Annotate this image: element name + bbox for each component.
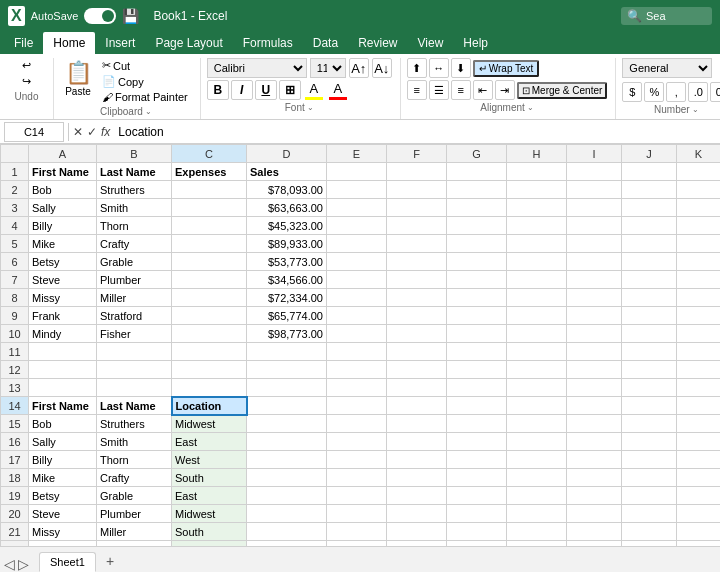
row-header-16[interactable]: 16 (1, 433, 29, 451)
cell-c21[interactable]: South (172, 523, 247, 541)
font-color-button[interactable]: A (327, 81, 349, 100)
fill-color-button[interactable]: A (303, 81, 325, 100)
cell-j11[interactable] (622, 343, 677, 361)
row-header-6[interactable]: 6 (1, 253, 29, 271)
cell-b1[interactable]: Last Name (97, 163, 172, 181)
cell-i16[interactable] (567, 433, 622, 451)
tab-page-layout[interactable]: Page Layout (145, 32, 232, 54)
cell-e3[interactable] (327, 199, 387, 217)
cell-h8[interactable] (507, 289, 567, 307)
row-header-15[interactable]: 15 (1, 415, 29, 433)
cell-i21[interactable] (567, 523, 622, 541)
row-header-18[interactable]: 18 (1, 469, 29, 487)
cell-j12[interactable] (622, 361, 677, 379)
cell-b17[interactable]: Thorn (97, 451, 172, 469)
cell-e4[interactable] (327, 217, 387, 235)
cell-k12[interactable] (677, 361, 721, 379)
cell-c11[interactable] (172, 343, 247, 361)
cell-f21[interactable] (387, 523, 447, 541)
cell-g2[interactable] (447, 181, 507, 199)
row-header-14[interactable]: 14 (1, 397, 29, 415)
cell-c6[interactable] (172, 253, 247, 271)
cell-j20[interactable] (622, 505, 677, 523)
cell-c10[interactable] (172, 325, 247, 343)
cell-h9[interactable] (507, 307, 567, 325)
cell-d21[interactable] (247, 523, 327, 541)
cell-d18[interactable] (247, 469, 327, 487)
cell-a9[interactable]: Frank (29, 307, 97, 325)
cell-b2[interactable]: Struthers (97, 181, 172, 199)
cell-c12[interactable] (172, 361, 247, 379)
row-header-4[interactable]: 4 (1, 217, 29, 235)
cell-c20[interactable]: Midwest (172, 505, 247, 523)
cell-f1[interactable] (387, 163, 447, 181)
cell-c7[interactable] (172, 271, 247, 289)
cell-b8[interactable]: Miller (97, 289, 172, 307)
cell-k16[interactable] (677, 433, 721, 451)
cell-c3[interactable] (172, 199, 247, 217)
autosave-toggle[interactable] (84, 8, 116, 24)
cell-g10[interactable] (447, 325, 507, 343)
cell-j10[interactable] (622, 325, 677, 343)
cell-a11[interactable] (29, 343, 97, 361)
cell-e8[interactable] (327, 289, 387, 307)
col-header-i[interactable]: I (567, 145, 622, 163)
cell-i12[interactable] (567, 361, 622, 379)
cell-h3[interactable] (507, 199, 567, 217)
cell-e13[interactable] (327, 379, 387, 397)
cell-h17[interactable] (507, 451, 567, 469)
cell-h13[interactable] (507, 379, 567, 397)
cell-j7[interactable] (622, 271, 677, 289)
search-input[interactable] (646, 10, 706, 22)
row-header-1[interactable]: 1 (1, 163, 29, 181)
cell-b7[interactable]: Plumber (97, 271, 172, 289)
cell-f13[interactable] (387, 379, 447, 397)
cell-i6[interactable] (567, 253, 622, 271)
cell-e16[interactable] (327, 433, 387, 451)
cell-g7[interactable] (447, 271, 507, 289)
cell-c9[interactable] (172, 307, 247, 325)
tab-home[interactable]: Home (43, 32, 95, 54)
indent-increase-button[interactable]: ⇥ (495, 80, 515, 100)
cell-j13[interactable] (622, 379, 677, 397)
cell-k10[interactable] (677, 325, 721, 343)
cell-i15[interactable] (567, 415, 622, 433)
cell-k3[interactable] (677, 199, 721, 217)
cell-e11[interactable] (327, 343, 387, 361)
cell-d9[interactable]: $65,774.00 (247, 307, 327, 325)
cell-d11[interactable] (247, 343, 327, 361)
cell-d7[interactable]: $34,566.00 (247, 271, 327, 289)
cell-b19[interactable]: Grable (97, 487, 172, 505)
cell-a19[interactable]: Betsy (29, 487, 97, 505)
cell-f20[interactable] (387, 505, 447, 523)
cell-g9[interactable] (447, 307, 507, 325)
cell-k5[interactable] (677, 235, 721, 253)
cell-e5[interactable] (327, 235, 387, 253)
sheet-nav-right[interactable]: ▷ (18, 556, 29, 572)
cell-d4[interactable]: $45,323.00 (247, 217, 327, 235)
cell-g11[interactable] (447, 343, 507, 361)
cell-h11[interactable] (507, 343, 567, 361)
increase-decimal-button[interactable]: .0 (688, 82, 708, 102)
cell-e6[interactable] (327, 253, 387, 271)
cell-c18[interactable]: South (172, 469, 247, 487)
cell-b6[interactable]: Grable (97, 253, 172, 271)
font-expand-icon[interactable]: ⌄ (307, 103, 314, 112)
cell-f5[interactable] (387, 235, 447, 253)
cell-a18[interactable]: Mike (29, 469, 97, 487)
cell-a21[interactable]: Missy (29, 523, 97, 541)
cell-k1[interactable] (677, 163, 721, 181)
cell-j14[interactable] (622, 397, 677, 415)
cell-d5[interactable]: $89,933.00 (247, 235, 327, 253)
row-header-5[interactable]: 5 (1, 235, 29, 253)
col-header-b[interactable]: B (97, 145, 172, 163)
cell-h15[interactable] (507, 415, 567, 433)
cell-d14[interactable] (247, 397, 327, 415)
cell-j5[interactable] (622, 235, 677, 253)
cell-j15[interactable] (622, 415, 677, 433)
cell-h4[interactable] (507, 217, 567, 235)
cell-k13[interactable] (677, 379, 721, 397)
cut-button[interactable]: ✂ Cut (98, 58, 192, 73)
cell-c2[interactable] (172, 181, 247, 199)
cell-h21[interactable] (507, 523, 567, 541)
